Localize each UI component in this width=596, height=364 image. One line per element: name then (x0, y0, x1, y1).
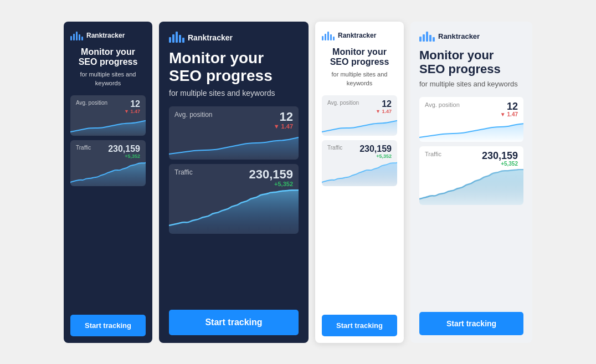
subtext-1: for multiple sites and keywords (70, 70, 146, 88)
avg-position-change-4: ▼ 1.47 (500, 111, 518, 117)
subtext-4: for multiple sites and keywords (419, 79, 523, 89)
card-3: Ranktracker Monitor your SEO progress fo… (315, 22, 404, 343)
logo-row-3: Ranktracker (322, 30, 397, 40)
ranktracker-logo-icon-1 (70, 30, 83, 40)
headline-4: Monitor your SEO progress (419, 48, 523, 76)
ranktracker-logo-icon-3 (322, 30, 335, 40)
avg-position-value-1: 12 (124, 100, 140, 109)
avg-position-card-1: Avg. position 12 ▼ 1.47 (70, 95, 146, 136)
avg-position-label-4: Avg. position (425, 101, 460, 108)
start-tracking-button-2[interactable]: Start tracking (169, 310, 299, 335)
traffic-value-2: 230,159 (249, 168, 293, 181)
traffic-change-3: +5,352 (359, 153, 392, 159)
traffic-value-1: 230,159 (108, 145, 140, 153)
traffic-change-2: +5,352 (249, 181, 293, 187)
headline-1: Monitor your SEO progress (70, 47, 146, 68)
traffic-label-2: Traffic (174, 168, 193, 176)
traffic-label-4: Traffic (425, 151, 441, 157)
ranktracker-logo-icon-2 (169, 33, 184, 43)
start-tracking-button-4[interactable]: Start tracking (419, 312, 523, 335)
avg-position-change-3: ▼ 1.47 (376, 109, 392, 114)
start-tracking-button-1[interactable]: Start tracking (70, 315, 146, 336)
traffic-change-4: +5,352 (482, 161, 518, 167)
headline-2: Monitor your SEO progress (169, 49, 299, 85)
cards-container: Ranktracker Monitor your SEO progress fo… (53, 11, 543, 354)
card-2: Ranktracker Monitor your SEO progress fo… (159, 22, 309, 343)
logo-row-1: Ranktracker (70, 30, 146, 40)
traffic-card-2: Traffic 230,159 +5,352 (169, 164, 299, 234)
subtext-3: for multiple sites and keywords (322, 70, 397, 88)
traffic-card-3: Traffic 230,159 +5,352 (322, 140, 397, 186)
traffic-value-3: 230,159 (359, 145, 392, 153)
subtext-2: for multiple sites and keywords (169, 88, 299, 99)
traffic-card-1: Traffic 230,159 +5,352 (70, 140, 146, 186)
avg-position-label-1: Avg. position (76, 100, 107, 106)
headline-3: Monitor your SEO progress (322, 47, 397, 68)
logo-row-4: Ranktracker (419, 32, 523, 42)
logo-text-3: Ranktracker (338, 32, 376, 39)
traffic-label-3: Traffic (327, 145, 342, 151)
traffic-label-1: Traffic (76, 145, 91, 151)
card-1: Ranktracker Monitor your SEO progress fo… (64, 22, 152, 343)
traffic-value-4: 230,159 (482, 151, 518, 161)
avg-position-change-2: ▼ 1.47 (274, 123, 293, 130)
logo-text-2: Ranktracker (188, 33, 233, 42)
avg-position-card-2: Avg. position 12 ▼ 1.47 (169, 106, 299, 160)
avg-position-card-3: Avg. position 12 ▼ 1.47 (322, 95, 397, 136)
avg-position-label-2: Avg. position (174, 111, 213, 119)
traffic-card-4: Traffic 230,159 +5,352 (419, 146, 523, 205)
start-tracking-button-3[interactable]: Start tracking (322, 315, 397, 336)
avg-position-value-3: 12 (376, 100, 392, 109)
logo-text-1: Ranktracker (86, 32, 125, 39)
avg-position-card-4: Avg. position 12 ▼ 1.47 (419, 97, 523, 142)
avg-position-value-2: 12 (274, 111, 293, 123)
ranktracker-logo-icon-4 (419, 32, 435, 42)
avg-position-label-3: Avg. position (327, 100, 359, 106)
traffic-change-1: +5,352 (108, 153, 140, 159)
card-4: Ranktracker Monitor your SEO progress fo… (410, 22, 532, 343)
logo-row-2: Ranktracker (169, 33, 299, 43)
avg-position-change-1: ▼ 1.47 (124, 109, 140, 114)
logo-text-4: Ranktracker (438, 32, 480, 40)
avg-position-value-4: 12 (500, 101, 518, 111)
